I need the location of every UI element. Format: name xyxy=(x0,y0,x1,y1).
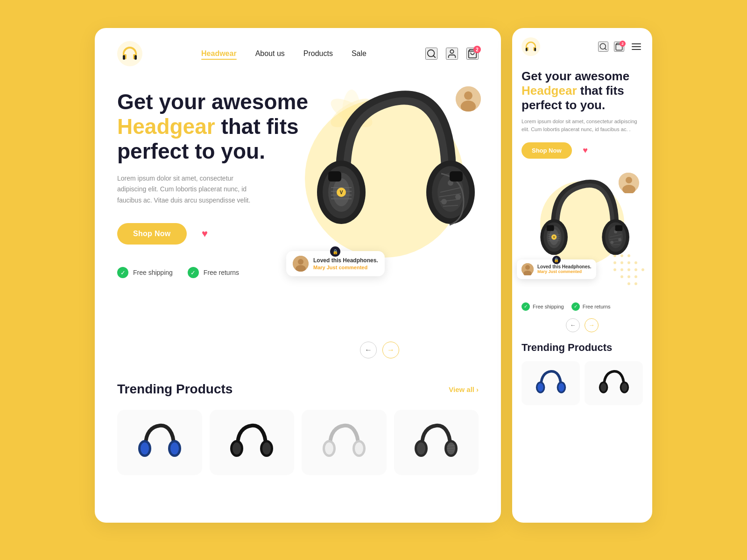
svg-rect-89 xyxy=(615,225,623,231)
nav-sale[interactable]: Sale xyxy=(352,49,366,58)
mobile-cart-button[interactable]: 2 xyxy=(614,42,624,52)
svg-rect-23 xyxy=(328,171,341,182)
mobile-prev-arrow[interactable]: ← xyxy=(566,318,580,332)
product-headphone-1 xyxy=(136,419,183,466)
svg-rect-54 xyxy=(534,48,536,51)
product-card-3[interactable] xyxy=(302,410,387,475)
hero-section: Get your awesome Headgear that fits perf… xyxy=(95,76,501,337)
check-icon-returns: ✓ xyxy=(188,267,199,278)
svg-point-52 xyxy=(521,37,540,56)
product-card-1[interactable] xyxy=(117,410,202,475)
svg-point-87 xyxy=(610,241,613,244)
hero-badges: ✓ Free shipping ✓ Free returns xyxy=(117,267,313,278)
svg-point-73 xyxy=(634,282,637,285)
logo-icon xyxy=(117,41,142,66)
svg-rect-88 xyxy=(547,225,554,231)
svg-point-63 xyxy=(634,261,637,264)
mobile-navbar: 2 xyxy=(512,28,652,62)
svg-point-71 xyxy=(634,275,637,278)
svg-point-96 xyxy=(525,265,530,270)
cart-button[interactable]: 2 xyxy=(466,48,479,60)
svg-point-67 xyxy=(634,268,637,271)
search-icon xyxy=(426,49,437,59)
mobile-check-shipping: ✓ xyxy=(521,302,530,311)
svg-point-0 xyxy=(117,41,142,66)
svg-rect-53 xyxy=(526,48,528,51)
mobile-hero-title: Get your awesome Headgear that fits perf… xyxy=(521,69,643,113)
mobile-search-button[interactable] xyxy=(598,42,608,52)
mobile-comment-sub: Mary Just commented xyxy=(537,269,592,274)
mobile-commenter-avatar xyxy=(521,263,534,275)
mobile-headphone-2-icon xyxy=(598,367,630,399)
shop-now-button[interactable]: Shop Now xyxy=(117,223,187,245)
mobile-comment-content: Loved this Headphones. Mary Just comment… xyxy=(537,264,592,274)
logo[interactable] xyxy=(117,41,142,66)
hero-description: Lorem ipsum dolor sit amet, consectetur … xyxy=(117,173,257,206)
mobile-products xyxy=(521,361,643,405)
account-button[interactable] xyxy=(446,48,458,60)
desktop-card: Headwear About us Products Sale 2 Get yo… xyxy=(95,28,501,523)
svg-point-105 xyxy=(621,383,627,392)
mobile-user-avatar xyxy=(618,172,638,192)
mobile-image-area: V 🔒 Loved this Headphone xyxy=(512,167,652,298)
svg-rect-1 xyxy=(123,55,125,60)
hero-actions: Shop Now ♥ xyxy=(117,223,313,245)
view-all-button[interactable]: View all › xyxy=(449,385,479,393)
svg-point-99 xyxy=(537,383,543,392)
hero-content: Get your awesome Headgear that fits perf… xyxy=(117,76,313,278)
returns-badge: ✓ Free returns xyxy=(188,267,239,278)
mobile-comment-popup: 🔒 Loved this Headphones. Mary Just comme… xyxy=(517,259,596,279)
comment-text: Loved this Headphones. xyxy=(313,257,378,264)
mobile-product-2[interactable] xyxy=(585,361,643,405)
product-headphone-4 xyxy=(413,419,459,466)
user-icon xyxy=(447,49,457,59)
svg-point-44 xyxy=(355,442,363,455)
products-grid xyxy=(117,410,479,475)
hamburger-menu[interactable] xyxy=(630,42,643,52)
mobile-comment-text: Loved this Headphones. xyxy=(537,264,592,269)
trending-header: Trending Products View all › xyxy=(117,382,479,397)
mobile-next-arrow[interactable]: → xyxy=(585,318,599,332)
mobile-hero-content: Get your awesome Headgear that fits perf… xyxy=(512,62,652,159)
mobile-headphone-1-icon xyxy=(535,367,567,399)
nav-about[interactable]: About us xyxy=(255,49,285,58)
svg-point-21 xyxy=(455,194,461,200)
svg-point-103 xyxy=(600,383,606,392)
mobile-actions: Shop Now ♥ xyxy=(521,142,643,159)
nav-products[interactable]: Products xyxy=(303,49,333,58)
svg-point-93 xyxy=(626,177,632,183)
svg-point-68 xyxy=(641,268,644,271)
svg-point-28 xyxy=(464,91,472,100)
hero-title: Get your awesome Headgear that fits perf… xyxy=(117,90,313,164)
svg-point-4 xyxy=(450,50,453,53)
mobile-product-1[interactable] xyxy=(521,361,580,405)
svg-text:V: V xyxy=(340,190,343,195)
svg-point-86 xyxy=(618,238,621,241)
check-icon: ✓ xyxy=(117,267,128,278)
mobile-lock-icon: 🔒 xyxy=(552,256,561,264)
product-card-4[interactable] xyxy=(394,410,479,475)
search-button[interactable] xyxy=(425,48,437,60)
product-headphone-2 xyxy=(228,419,275,466)
svg-text:V: V xyxy=(553,236,555,238)
nav-icons: 2 xyxy=(425,48,479,60)
cart-badge: 2 xyxy=(473,46,481,53)
svg-rect-2 xyxy=(134,55,137,60)
comment-content: Loved this Headphones. Mary Just comment… xyxy=(313,257,378,270)
mobile-nav-icons: 2 xyxy=(598,42,643,52)
mobile-favorite-button[interactable]: ♥ xyxy=(578,143,592,157)
favorite-button[interactable]: ♥ xyxy=(196,225,214,243)
product-card-2[interactable] xyxy=(210,410,295,475)
mobile-card: 2 Get your awesome Headgear that fits pe… xyxy=(512,28,652,523)
mobile-hero-description: Lorem ipsum dolor sit amet, consectetur … xyxy=(521,118,643,134)
svg-rect-24 xyxy=(450,171,463,182)
headphone-image: V xyxy=(300,71,482,315)
mobile-headphone-image: V xyxy=(531,167,634,309)
mobile-shop-now-button[interactable]: Shop Now xyxy=(521,142,572,159)
svg-point-101 xyxy=(558,383,564,392)
svg-point-42 xyxy=(325,442,333,455)
nav-headwear[interactable]: Headwear xyxy=(201,49,237,58)
svg-point-29 xyxy=(461,101,476,112)
trending-title: Trending Products xyxy=(117,382,233,397)
comment-sub: Mary Just commented xyxy=(313,265,378,270)
